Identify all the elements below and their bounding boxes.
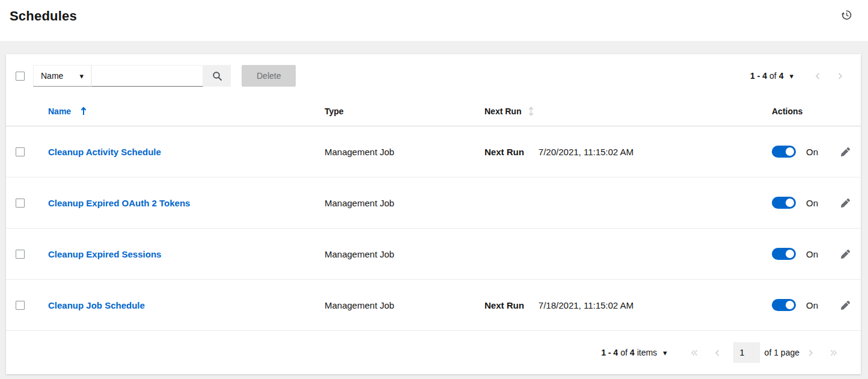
pagination-summary-dropdown[interactable]: 1 - 4 of 4 ▾	[750, 71, 793, 81]
pagination-total: 4	[779, 71, 784, 81]
toggle-state-label: On	[806, 198, 818, 208]
chevron-down-icon: ▾	[79, 72, 84, 80]
footer-total: 4	[630, 348, 635, 357]
page-of-label: of 1 page	[765, 348, 799, 357]
edit-schedule-button[interactable]	[839, 145, 852, 159]
sort-both-icon[interactable]	[528, 106, 534, 116]
chevron-right-icon	[836, 72, 844, 80]
schedule-enabled-toggle[interactable]	[772, 299, 796, 311]
chevron-left-icon	[714, 349, 721, 357]
toggle-state-label: On	[806, 249, 818, 259]
table-row: Cleanup Job Schedule Management Job Next…	[6, 280, 861, 331]
double-chevron-right-icon	[829, 349, 838, 357]
schedule-name-link[interactable]: Cleanup Activity Schedule	[48, 147, 325, 157]
schedule-enabled-toggle[interactable]	[772, 248, 796, 260]
actions-cell: On	[766, 298, 852, 312]
chevron-right-icon	[807, 349, 815, 357]
next-run-cell: Next Run 7/18/2021, 11:15:02 AM	[484, 300, 766, 310]
prev-page-button-footer[interactable]	[706, 347, 729, 359]
edit-schedule-button[interactable]	[839, 247, 852, 261]
actions-cell: On	[766, 145, 852, 159]
table-row: Cleanup Expired Sessions Management Job …	[6, 229, 861, 280]
schedule-type: Management Job	[325, 249, 484, 259]
pagination-of-word: of	[769, 71, 777, 81]
edit-schedule-button[interactable]	[839, 298, 852, 312]
next-page-button[interactable]	[829, 70, 851, 82]
last-page-button[interactable]	[822, 347, 845, 359]
toolbar: Name ▾ Delete 1 - 4 of 4 ▾	[6, 54, 861, 96]
chevron-left-icon	[814, 72, 822, 80]
search-input[interactable]	[91, 65, 203, 87]
toggle-knob	[786, 250, 794, 258]
schedule-name-link[interactable]: Cleanup Job Schedule	[48, 300, 325, 310]
actions-cell: On	[766, 247, 852, 261]
double-chevron-left-icon	[690, 349, 699, 357]
column-header-name[interactable]: Name	[48, 106, 325, 116]
schedule-type: Management Job	[325, 198, 484, 208]
chevron-down-icon: ▾	[663, 349, 667, 357]
footer-items-word: items	[637, 348, 657, 357]
next-page-button-footer[interactable]	[799, 347, 822, 359]
pagination-range: 1 - 4	[750, 71, 767, 81]
search-icon	[212, 71, 222, 81]
toggle-knob	[786, 147, 794, 156]
toggle-knob	[786, 199, 794, 207]
history-icon	[841, 9, 852, 20]
pencil-icon	[841, 147, 850, 156]
schedule-name-link[interactable]: Cleanup Expired Sessions	[48, 249, 325, 259]
filter-key-label: Name	[41, 71, 63, 81]
column-header-next-run: Next Run	[484, 106, 766, 116]
select-all-checkbox[interactable]	[16, 72, 25, 81]
filter-key-dropdown[interactable]: Name ▾	[33, 65, 91, 87]
prev-page-button[interactable]	[807, 70, 829, 82]
edit-schedule-button[interactable]	[839, 196, 852, 210]
chevron-down-icon: ▾	[789, 72, 793, 80]
column-header-type: Type	[325, 106, 484, 116]
pencil-icon	[841, 301, 850, 310]
toggle-knob	[786, 301, 794, 309]
page-header: Schedules	[0, 0, 868, 41]
toggle-state-label: On	[806, 300, 818, 310]
sort-ascending-icon	[81, 106, 87, 116]
next-run-label: Next Run	[484, 147, 524, 157]
column-header-actions: Actions	[766, 106, 851, 116]
first-page-button[interactable]	[683, 347, 706, 359]
schedule-enabled-toggle[interactable]	[772, 197, 796, 209]
row-checkbox[interactable]	[16, 147, 25, 156]
next-run-value: 7/20/2021, 11:15:02 AM	[539, 147, 634, 157]
next-run-label: Next Run	[484, 300, 524, 310]
schedule-type: Management Job	[325, 147, 484, 157]
items-per-page-dropdown[interactable]: 1 - 4 of 4 items ▾	[601, 348, 667, 357]
row-checkbox[interactable]	[16, 301, 25, 310]
search-button[interactable]	[203, 65, 231, 87]
footer-of-word: of	[620, 348, 628, 357]
footer-range: 1 - 4	[601, 348, 618, 357]
table-row: Cleanup Activity Schedule Management Job…	[6, 126, 861, 177]
page-number-input[interactable]	[733, 342, 760, 363]
schedule-name-link[interactable]: Cleanup Expired OAuth 2 Tokens	[48, 198, 325, 208]
table-header-row: Name Type Next Run Actions	[6, 96, 861, 126]
pencil-icon	[841, 199, 850, 208]
table-row: Cleanup Expired OAuth 2 Tokens Managemen…	[6, 177, 861, 229]
footer-nav-group: of 1 page	[683, 342, 845, 363]
schedules-card: Name ▾ Delete 1 - 4 of 4 ▾ Name	[6, 54, 861, 374]
delete-button[interactable]: Delete	[242, 65, 296, 87]
page-title: Schedules	[10, 7, 77, 25]
activity-history-button[interactable]	[841, 9, 852, 22]
schedule-type: Management Job	[325, 300, 484, 310]
toggle-state-label: On	[806, 147, 818, 157]
row-checkbox[interactable]	[16, 250, 25, 259]
actions-cell: On	[766, 196, 852, 210]
footer-pagination: 1 - 4 of 4 items ▾ of 1 page	[6, 331, 861, 363]
next-run-cell: Next Run 7/20/2021, 11:15:02 AM	[484, 147, 766, 157]
row-checkbox[interactable]	[16, 199, 25, 208]
pencil-icon	[841, 250, 850, 259]
schedule-enabled-toggle[interactable]	[772, 146, 796, 158]
next-run-value: 7/18/2021, 11:15:02 AM	[539, 300, 634, 310]
